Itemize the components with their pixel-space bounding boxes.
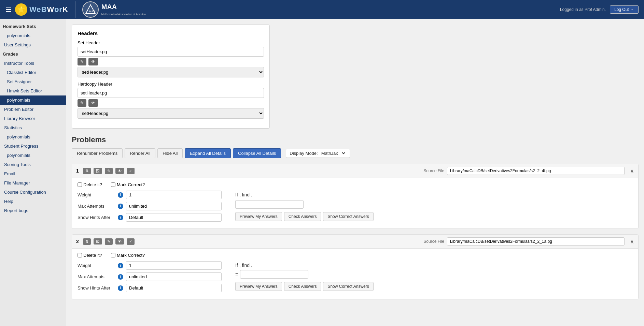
problem-2-image-button[interactable]: 🖼: [94, 238, 102, 244]
problem-1-image-button[interactable]: 🖼: [94, 168, 102, 174]
sidebar-item-problem-editor[interactable]: Problem Editor: [0, 105, 66, 114]
problem-1-hints-input[interactable]: [126, 213, 222, 222]
navbar: ☰ ⭐ WeBWorK MAA MAA Mathematical Associa…: [0, 0, 644, 19]
sidebar-item-library-browser[interactable]: Library Browser: [0, 114, 66, 123]
page-layout: Homework Sets polynomials User Settings …: [0, 19, 644, 326]
problem-1-max-attempts-input[interactable]: [126, 202, 222, 210]
problem-1-move-icon[interactable]: ⇅: [83, 168, 91, 174]
problem-1-weight-info[interactable]: i: [118, 192, 123, 198]
sidebar-item-email[interactable]: Email: [0, 169, 66, 178]
problem-2-move-icon[interactable]: ⇅: [83, 238, 91, 245]
sidebar-item-help[interactable]: Help: [0, 197, 66, 206]
sidebar-item-polynomials-2[interactable]: polynomials: [0, 132, 66, 142]
problem-2-body: Delete it? Mark Correct? Weight i: [72, 249, 638, 299]
problem-1-fields: Weight i Max Attempts i Show Hints After…: [78, 191, 633, 224]
logout-button[interactable]: Log Out →: [610, 5, 639, 14]
problem-1-hints-info[interactable]: i: [118, 215, 123, 220]
problem-1-delete-checkbox[interactable]: Delete it?: [78, 182, 102, 187]
problem-2-card: 2 ⇅ 🖼 ✎ 👁 ✓ Source File ∧ Delete it?: [72, 234, 639, 299]
sidebar-item-polynomials-active[interactable]: polynomials: [0, 95, 66, 105]
problem-1-collapse-button[interactable]: ∧: [630, 168, 634, 174]
sidebar-item-classlist-editor[interactable]: Classlist Editor: [0, 68, 66, 77]
render-all-button[interactable]: Render All: [125, 148, 155, 158]
problem-2-collapse-button[interactable]: ∧: [630, 238, 634, 245]
problem-2-mark-correct-checkbox[interactable]: Mark Correct?: [111, 253, 145, 258]
problem-1-answer-input[interactable]: [235, 200, 304, 209]
problem-2-max-attempts-info[interactable]: i: [118, 274, 123, 280]
collapse-all-button[interactable]: Collapse All Details: [233, 148, 281, 158]
problem-1-mark-correct-checkbox[interactable]: Mark Correct?: [111, 182, 145, 187]
problem-1-show-correct-button[interactable]: Show Correct Answers: [323, 212, 373, 221]
sidebar-item-hmwk-sets-editor[interactable]: Hmwk Sets Editor: [0, 86, 66, 95]
hardcopy-header-btn-row: ✎ 👁: [78, 99, 264, 107]
problem-1-max-attempts-row: Max Attempts i: [78, 202, 222, 210]
set-header-input[interactable]: [78, 47, 264, 57]
problem-2-edit-button[interactable]: ✎: [105, 238, 113, 245]
problem-2-hints-input[interactable]: [126, 284, 222, 292]
sidebar-item-set-assigner[interactable]: Set Assigner: [0, 77, 66, 86]
set-header-view-button[interactable]: 👁: [88, 58, 98, 65]
expand-all-button[interactable]: Expand All Details: [185, 148, 231, 158]
star-icon: ⭐: [15, 3, 27, 16]
problem-1-check-button[interactable]: ✓: [127, 168, 135, 174]
hardcopy-header-select[interactable]: setHeader.pg: [78, 108, 264, 119]
problem-2-check-button[interactable]: ✓: [127, 238, 135, 245]
headers-title: Headers: [78, 30, 264, 36]
problem-1-max-attempts-info[interactable]: i: [118, 204, 123, 209]
problem-2-math-text: If , find .: [235, 263, 374, 268]
hardcopy-header-label: Hardcopy Header: [78, 82, 264, 87]
sidebar-item-statistics[interactable]: Statistics: [0, 123, 66, 132]
hardcopy-header-edit-button[interactable]: ✎: [78, 99, 86, 107]
display-mode-select[interactable]: MathJax Images Plain Text: [320, 150, 346, 156]
problem-1-check-answers-button[interactable]: Check Answers: [284, 212, 321, 221]
problem-2-view-button[interactable]: 👁: [115, 238, 124, 244]
set-header-btn-row: ✎ 👁: [78, 58, 264, 65]
problem-2-show-correct-button[interactable]: Show Correct Answers: [323, 282, 373, 291]
sidebar-item-instructor-tools[interactable]: Instructor Tools: [0, 59, 66, 68]
problem-2-weight-label: Weight: [78, 263, 115, 268]
problem-1-preview-button[interactable]: Preview My Answers: [235, 212, 282, 221]
problem-2-weight-input[interactable]: [126, 261, 222, 270]
problem-1-weight-label: Weight: [78, 192, 115, 197]
problems-title: Problems: [72, 135, 639, 144]
sidebar-item-scoring-tools[interactable]: Scoring Tools: [0, 160, 66, 169]
problem-1-edit-button[interactable]: ✎: [105, 168, 113, 174]
problem-2-preview-button[interactable]: Preview My Answers: [235, 282, 282, 291]
hide-all-button[interactable]: Hide All: [157, 148, 183, 158]
display-mode-label: Display Mode:: [290, 151, 318, 156]
hardcopy-header-view-button[interactable]: 👁: [88, 99, 98, 107]
sidebar-item-course-configuration[interactable]: Course Configuration: [0, 188, 66, 197]
problem-1-number: 1: [76, 168, 79, 174]
sidebar-item-polynomials-3[interactable]: polynomials: [0, 151, 66, 160]
sidebar-item-grades[interactable]: Grades: [0, 49, 66, 59]
problem-2-fields: Weight i Max Attempts i Show Hints After…: [78, 261, 633, 295]
set-header-select[interactable]: setHeader.pg: [78, 67, 264, 77]
problem-2-source-input[interactable]: [447, 237, 625, 246]
set-header-edit-button[interactable]: ✎: [78, 58, 86, 65]
problem-1-hints-row: Show Hints After i: [78, 213, 222, 222]
hardcopy-header-input[interactable]: [78, 88, 264, 98]
problem-2-header: 2 ⇅ 🖼 ✎ 👁 ✓ Source File ∧: [72, 235, 638, 249]
problem-2-hints-row: Show Hints After i: [78, 284, 222, 292]
sidebar-item-polynomials-1[interactable]: polynomials: [0, 31, 66, 40]
sidebar-item-file-manager[interactable]: File Manager: [0, 178, 66, 188]
sidebar-item-student-progress[interactable]: Student Progress: [0, 142, 66, 151]
sidebar-item-user-settings[interactable]: User Settings: [0, 40, 66, 49]
problem-2-max-attempts-input[interactable]: [126, 272, 222, 281]
problem-2-hints-info[interactable]: i: [118, 285, 123, 291]
sidebar-item-report-bugs[interactable]: Report bugs: [0, 206, 66, 215]
problem-2-hints-label: Show Hints After: [78, 285, 115, 291]
problem-1-weight-input[interactable]: [126, 191, 222, 199]
problem-2-check-answers-button[interactable]: Check Answers: [284, 282, 321, 291]
problem-2-weight-info[interactable]: i: [118, 263, 123, 268]
problem-2-answer-input[interactable]: [240, 270, 308, 279]
problem-1-source-input[interactable]: [447, 167, 625, 175]
problem-2-field-group: Weight i Max Attempts i Show Hints After…: [78, 261, 222, 295]
problem-2-delete-checkbox[interactable]: Delete it?: [78, 253, 102, 258]
main-content: Headers Set Header ✎ 👁 setHeader.pg Hard…: [66, 19, 644, 326]
problem-2-meta-row: Delete it? Mark Correct?: [78, 253, 633, 258]
renumber-problems-button[interactable]: Renumber Problems: [72, 148, 123, 158]
hamburger-menu[interactable]: ☰: [5, 5, 12, 14]
sidebar-item-homework-sets[interactable]: Homework Sets: [0, 22, 66, 31]
problem-1-view-button[interactable]: 👁: [115, 168, 124, 174]
